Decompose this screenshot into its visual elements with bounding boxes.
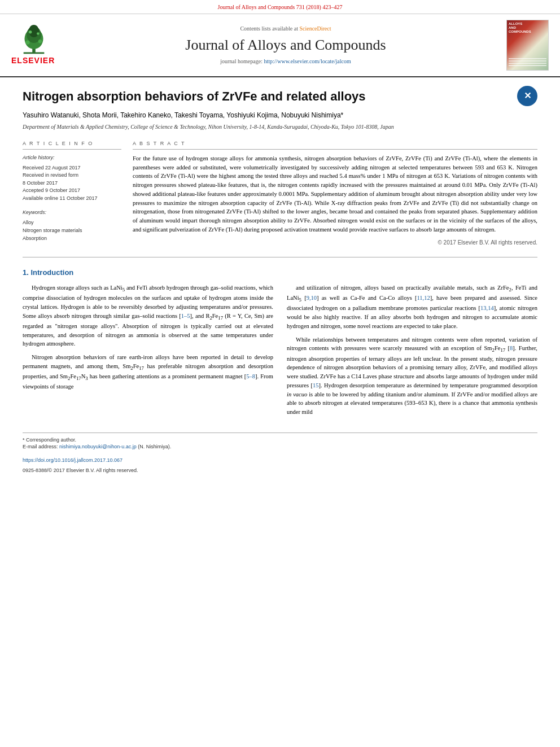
intro-para-2: Nitrogen absorption behaviors of rare ea… bbox=[23, 353, 273, 391]
elsevier-logo: ELSEVIER bbox=[11, 24, 73, 67]
title-row: ✕ Nitrogen absorption behaviors of ZrVFe… bbox=[23, 89, 537, 105]
ref-8[interactable]: 8 bbox=[510, 345, 513, 351]
abstract-text: For the future use of hydrogen storage a… bbox=[133, 154, 537, 234]
ref-13-14[interactable]: 13,14 bbox=[480, 305, 494, 311]
svg-rect-1 bbox=[24, 52, 45, 54]
ref-11-12[interactable]: 11,12 bbox=[417, 295, 430, 301]
journal-cover: ALLOYSANDCOMPOUNDS bbox=[506, 20, 549, 71]
ref-5-8[interactable]: 5–8 bbox=[246, 373, 255, 379]
email-line: E-mail address: nishimiya.nobuyuki@nihon… bbox=[23, 443, 537, 451]
history-received: Received 22 August 2017 bbox=[23, 164, 121, 172]
ref-1-5[interactable]: 1–5 bbox=[181, 313, 190, 319]
article-title: Nitrogen absorption behaviors of ZrVFe a… bbox=[23, 89, 537, 105]
journal-title-area: Contents lists available at ScienceDirec… bbox=[73, 25, 498, 65]
contents-line: Contents lists available at ScienceDirec… bbox=[73, 25, 498, 33]
intro-para-1: Hydrogen storage alloys such as LaNi5 an… bbox=[23, 283, 273, 348]
intro-para-4: While relationships between temperatures… bbox=[287, 335, 537, 417]
history-revised-label: Received in revised form bbox=[23, 172, 121, 180]
abstract-col: A B S T R A C T For the future use of hy… bbox=[133, 140, 537, 246]
article-info-abstract: A R T I C L E I N F O Article history: R… bbox=[23, 140, 537, 246]
doi-line: https://doi.org/10.1016/j.jallcom.2017.1… bbox=[23, 455, 537, 465]
intro-col-left: Hydrogen storage alloys such as LaNi5 an… bbox=[23, 283, 273, 421]
keyword-absorption: Absorption bbox=[23, 234, 121, 242]
footnote-area: * Corresponding author. E-mail address: … bbox=[23, 433, 537, 474]
intro-para-3: and utilization of nitrogen, alloys base… bbox=[287, 283, 537, 331]
affiliation: Department of Materials & Applied Chemis… bbox=[23, 123, 537, 131]
doi-link[interactable]: https://doi.org/10.1016/j.jallcom.2017.1… bbox=[23, 457, 123, 463]
article-info-header: A R T I C L E I N F O bbox=[23, 140, 121, 150]
svg-point-7 bbox=[29, 30, 32, 34]
keyword-alloy: Alloy bbox=[23, 219, 121, 226]
email-link[interactable]: nishimiya.nobuyuki@nihon-u.ac.jp bbox=[59, 444, 137, 449]
article-container: ✕ Nitrogen absorption behaviors of ZrVFe… bbox=[0, 77, 560, 485]
copyright-line: © 2017 Elsevier B.V. All rights reserved… bbox=[133, 239, 537, 247]
journal-header-bar: Journal of Alloys and Compounds 731 (201… bbox=[0, 0, 560, 14]
elsevier-logo-area: ELSEVIER bbox=[11, 24, 73, 67]
sciencedirect-link[interactable]: ScienceDirect bbox=[299, 25, 331, 32]
cover-lines bbox=[509, 58, 546, 67]
keyword-nitrogen: Nitrogen storage materials bbox=[23, 226, 121, 234]
history-accepted: Accepted 9 October 2017 bbox=[23, 187, 121, 195]
introduction-title: 1. Introduction bbox=[23, 268, 537, 278]
journal-cover-area: ALLOYSANDCOMPOUNDS bbox=[498, 20, 549, 71]
issn-line: 0925-8388/© 2017 Elsevier B.V. All right… bbox=[23, 467, 537, 474]
journal-homepage-line: journal homepage: http://www.elsevier.co… bbox=[73, 58, 498, 65]
crossmark[interactable]: ✕ bbox=[517, 86, 537, 106]
homepage-link[interactable]: http://www.elsevier.com/locate/jalcom bbox=[264, 58, 351, 64]
cover-label: ALLOYSANDCOMPOUNDS bbox=[509, 22, 546, 34]
journal-citation: Journal of Alloys and Compounds 731 (201… bbox=[218, 4, 343, 10]
corresponding-author-note: * Corresponding author. bbox=[23, 436, 537, 444]
history-online: Available online 11 October 2017 bbox=[23, 195, 121, 203]
intro-col-right: and utilization of nitrogen, alloys base… bbox=[287, 283, 537, 421]
article-history-label: Article history: bbox=[23, 154, 121, 161]
article-info-col: A R T I C L E I N F O Article history: R… bbox=[23, 140, 121, 246]
introduction-section: 1. Introduction Hydrogen storage alloys … bbox=[23, 268, 537, 421]
authors: Yasuhiro Watanuki, Shota Morii, Takehiro… bbox=[23, 111, 537, 120]
keywords-section: Keywords: Alloy Nitrogen storage materia… bbox=[23, 209, 121, 243]
elsevier-text: ELSEVIER bbox=[11, 55, 55, 67]
journal-title: Journal of Alloys and Compounds bbox=[73, 35, 498, 55]
ref-9-10[interactable]: 9,10 bbox=[307, 295, 317, 301]
svg-point-5 bbox=[25, 40, 29, 44]
svg-point-6 bbox=[38, 40, 42, 43]
abstract-header: A B S T R A C T bbox=[133, 140, 537, 150]
introduction-body: Hydrogen storage alloys such as LaNi5 an… bbox=[23, 283, 537, 421]
svg-point-8 bbox=[37, 32, 40, 35]
ref-15[interactable]: 15 bbox=[313, 382, 319, 388]
history-revised-date: 8 October 2017 bbox=[23, 180, 121, 187]
journal-header: ELSEVIER Contents lists available at Sci… bbox=[0, 14, 560, 77]
separator bbox=[23, 257, 537, 257]
crossmark-icon: ✕ bbox=[517, 86, 537, 106]
elsevier-tree-icon bbox=[11, 24, 56, 55]
keywords-title: Keywords: bbox=[23, 209, 121, 216]
